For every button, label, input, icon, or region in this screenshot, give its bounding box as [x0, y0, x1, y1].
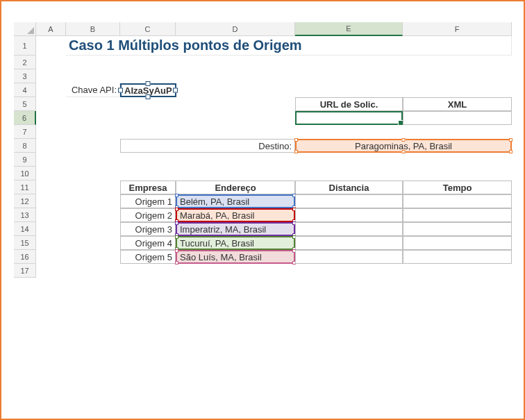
cell-row4-rest[interactable] [176, 83, 512, 97]
url-solic-value[interactable] [295, 111, 403, 125]
cell-row5-left[interactable] [36, 97, 295, 111]
destino-value[interactable]: Paragominas, PA, Brasil [295, 139, 512, 153]
chave-api-value: AIzaSyAuP [120, 83, 176, 97]
row-header-8[interactable]: 8 [14, 139, 36, 153]
table-row: 12Origem 1Belém, PA, Brasil [14, 194, 511, 208]
row-header-5[interactable]: 5 [14, 97, 36, 111]
row-header-10[interactable]: 10 [14, 167, 36, 180]
origem-label[interactable]: Origem 5 [120, 250, 176, 264]
origem-label[interactable]: Origem 1 [120, 194, 176, 208]
row-header-1[interactable]: 1 [14, 36, 36, 56]
origem-tempo[interactable] [403, 194, 512, 208]
origem-label[interactable]: Origem 2 [120, 208, 176, 222]
col-header-E[interactable]: E [295, 22, 403, 36]
cell-row2[interactable] [36, 56, 512, 69]
cell-row7[interactable] [36, 125, 512, 139]
origem-distancia[interactable] [295, 194, 403, 208]
col-header-A[interactable]: A [36, 22, 66, 36]
select-all-corner[interactable] [14, 22, 36, 36]
row-header-11[interactable]: 11 [14, 180, 36, 194]
row-header-9[interactable]: 9 [14, 153, 36, 167]
table-header-empresa[interactable]: Empresa [120, 180, 176, 194]
cell-spacer[interactable] [36, 250, 120, 264]
grid-header-row: A B C D E F [14, 22, 511, 36]
row-header-12[interactable]: 12 [14, 194, 36, 208]
row-header-6[interactable]: 6 [14, 111, 36, 125]
table-header-distancia[interactable]: Distancia [295, 180, 403, 194]
cell-row6-left[interactable] [36, 111, 295, 125]
page-title[interactable]: Caso 1 Múltiplos pontos de Origem [66, 36, 512, 56]
table-header-tempo[interactable]: Tempo [403, 180, 512, 194]
row-header-14[interactable]: 14 [14, 222, 36, 236]
col-header-B[interactable]: B [66, 22, 120, 36]
origem-endereco[interactable]: Tucuruí, PA, Brasil [176, 236, 295, 250]
url-solic-header[interactable]: URL de Solic. [295, 97, 403, 111]
row-header-2[interactable]: 2 [14, 56, 36, 69]
origem-endereco[interactable]: Imperatriz, MA, Brasil [176, 222, 295, 236]
origem-endereco[interactable]: São Luís, MA, Brasil [176, 250, 295, 264]
cell-spacer[interactable] [36, 194, 120, 208]
origem-label[interactable]: Origem 4 [120, 236, 176, 250]
origem-distancia[interactable] [295, 222, 403, 236]
col-header-C[interactable]: C [120, 22, 176, 36]
row-header-17[interactable]: 17 [14, 264, 36, 278]
col-header-F[interactable]: F [403, 22, 512, 36]
cell-spacer[interactable] [36, 208, 120, 222]
origem-distancia[interactable] [295, 250, 403, 264]
chave-api-cell[interactable]: AIzaSyAuP [120, 83, 176, 97]
xml-value[interactable] [403, 111, 512, 125]
row-header-3[interactable]: 3 [14, 69, 36, 83]
row-header-4[interactable]: 4 [14, 83, 36, 97]
origem-tempo[interactable] [403, 208, 512, 222]
origem-endereco[interactable]: Belém, PA, Brasil [176, 194, 295, 208]
origem-tempo[interactable] [403, 250, 512, 264]
cell-A4[interactable] [36, 83, 66, 97]
cell-row11-left[interactable] [36, 180, 120, 194]
destino-label: Destino: [120, 139, 295, 153]
table-row: 14Origem 3Imperatriz, MA, Brasil [14, 222, 511, 236]
chave-api-label: Chave API: [66, 83, 120, 97]
cell-row3[interactable] [36, 69, 512, 83]
row-header-7[interactable]: 7 [14, 125, 36, 139]
table-header-endereco[interactable]: Endereço [176, 180, 295, 194]
origem-distancia[interactable] [295, 236, 403, 250]
cell-row10[interactable] [36, 167, 512, 180]
spreadsheet: A B C D E F 1 Caso 1 Múltiplos pontos de… [14, 22, 511, 406]
cell-spacer[interactable] [36, 222, 120, 236]
cell-row9[interactable] [36, 153, 512, 167]
cell-spacer[interactable] [36, 236, 120, 250]
row-header-13[interactable]: 13 [14, 208, 36, 222]
table-row: 16Origem 5São Luís, MA, Brasil [14, 250, 511, 264]
cell-A1[interactable] [36, 36, 66, 56]
app-frame: A B C D E F 1 Caso 1 Múltiplos pontos de… [0, 0, 525, 420]
cell-row17[interactable] [36, 264, 512, 278]
origem-tempo[interactable] [403, 236, 512, 250]
origem-distancia[interactable] [295, 208, 403, 222]
table-row: 15Origem 4Tucuruí, PA, Brasil [14, 236, 511, 250]
table-row: 13Origem 2Marabá, PA, Brasil [14, 208, 511, 222]
origem-label[interactable]: Origem 3 [120, 222, 176, 236]
row-header-15[interactable]: 15 [14, 236, 36, 250]
xml-header[interactable]: XML [403, 97, 512, 111]
row-header-16[interactable]: 16 [14, 250, 36, 264]
col-header-D[interactable]: D [176, 22, 295, 36]
origem-endereco[interactable]: Marabá, PA, Brasil [176, 208, 295, 222]
cell-row8-left[interactable] [36, 139, 120, 153]
origem-tempo[interactable] [403, 222, 512, 236]
